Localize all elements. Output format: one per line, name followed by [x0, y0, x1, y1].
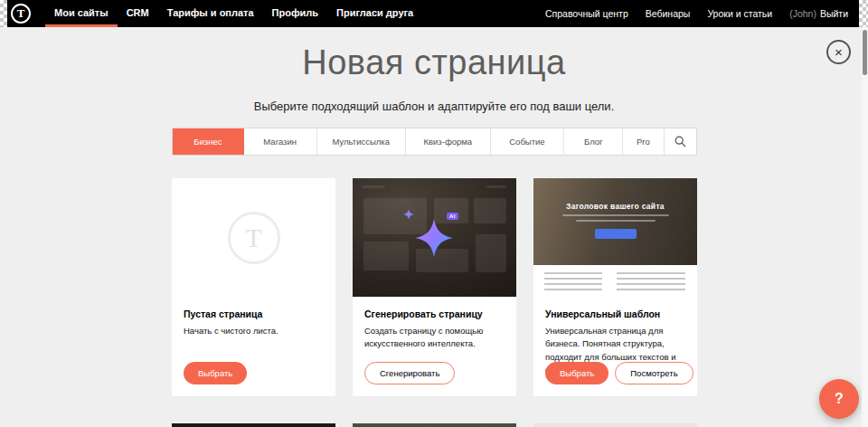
user-name: (John): [789, 8, 816, 19]
tab-event[interactable]: Событие: [491, 128, 565, 155]
card-actions: Выбрать Посмотреть: [545, 362, 693, 384]
view-universal-button[interactable]: Посмотреть: [615, 362, 693, 384]
template-card-blank: T Пустая страница Начать с чистого листа…: [172, 178, 335, 396]
tab-store[interactable]: Магазин: [244, 128, 317, 155]
page-title: Новая страница: [0, 43, 868, 82]
nav-lessons-articles[interactable]: Уроки и статьи: [707, 8, 772, 19]
card-title: Сгенерировать страницу: [364, 308, 505, 319]
tab-quiz-form[interactable]: Квиз-форма: [406, 128, 491, 155]
preview-placeholder: [476, 234, 506, 272]
tilda-logo[interactable]: T: [11, 4, 31, 24]
help-button[interactable]: ?: [819, 379, 859, 419]
ai-template-preview: AI: [353, 178, 516, 297]
blank-preview-wrap: T: [172, 178, 335, 297]
logout-control[interactable]: (John) Выйти: [789, 8, 848, 19]
scrollbar-thumb[interactable]: [863, 30, 867, 75]
preview-text-section: [533, 265, 697, 297]
new-page-dialog: T Мои сайты CRM Тарифы и оплата Профиль …: [0, 0, 868, 427]
top-navigation-bar: T Мои сайты CRM Тарифы и оплата Профиль …: [0, 0, 868, 27]
preview-text-column: [617, 272, 685, 292]
card-actions: Выбрать: [184, 362, 247, 384]
tilda-logo-watermark: T: [228, 212, 280, 264]
template-card-ai-generate: AI Сгенерировать страницу Создать страни…: [353, 178, 516, 396]
template-card-partial[interactable]: [172, 423, 335, 427]
card-description: Создать страницу с помощью искусственног…: [364, 325, 505, 351]
template-card-partial[interactable]: [353, 423, 516, 427]
nav-help-center[interactable]: Справочный центр: [545, 8, 628, 19]
template-card-universal: Заголовок вашего сайта Универсальный шаб…: [533, 178, 697, 396]
preview-placeholder: [486, 185, 506, 188]
transparency-checker-left: [0, 0, 7, 27]
preview-placeholder: [474, 198, 506, 223]
card-description: Начать с чистого листа.: [184, 325, 324, 337]
transparency-checker-right: [859, 0, 868, 27]
blank-template-preview: T: [172, 178, 335, 297]
close-button[interactable]: ×: [826, 40, 851, 64]
preview-text-column: [544, 272, 602, 292]
next-template-row: [172, 423, 697, 427]
preview-placeholder: [363, 242, 409, 270]
page-subtitle: Выберите подходящий шаблон и адаптируйте…: [0, 100, 868, 113]
nav-my-sites[interactable]: Мои сайты: [45, 0, 118, 27]
template-cards-grid: T Пустая страница Начать с чистого листа…: [172, 178, 697, 396]
tab-multilink[interactable]: Мультиссылка: [317, 128, 406, 155]
logout-label: Выйти: [820, 8, 848, 19]
preview-cta-button: [595, 229, 637, 239]
card-body: Пустая страница Начать с чистого листа.: [172, 297, 335, 337]
ai-badge: AI: [447, 213, 458, 220]
nav-invite-friend[interactable]: Пригласи друга: [327, 0, 422, 27]
nav-webinars[interactable]: Вебинары: [646, 8, 691, 19]
secondary-nav: Справочный центр Вебинары Уроки и статьи…: [545, 8, 848, 19]
preview-hero: Заголовок вашего сайта: [533, 178, 697, 265]
search-icon: [675, 136, 686, 147]
ai-sparkle-small-icon: [403, 209, 414, 220]
tab-business[interactable]: Бизнес: [173, 128, 244, 155]
template-card-partial[interactable]: [533, 423, 697, 427]
main-nav: Мои сайты CRM Тарифы и оплата Профиль Пр…: [45, 0, 422, 27]
choose-universal-button[interactable]: Выбрать: [545, 362, 609, 384]
nav-profile[interactable]: Профиль: [263, 0, 327, 27]
preview-placeholder: [362, 185, 385, 188]
nav-crm[interactable]: CRM: [118, 0, 158, 27]
card-actions: Сгенерировать: [364, 362, 455, 384]
preview-hero-title: Заголовок вашего сайта: [533, 178, 697, 211]
tab-blog[interactable]: Блог: [564, 128, 623, 155]
card-body: Сгенерировать страницу Создать страницу …: [353, 297, 516, 351]
universal-template-preview: Заголовок вашего сайта: [533, 178, 697, 297]
card-title: Пустая страница: [184, 308, 324, 319]
choose-blank-button[interactable]: Выбрать: [184, 362, 247, 384]
tab-pro[interactable]: Pro: [623, 128, 664, 155]
template-category-tabs: Бизнес Магазин Мультиссылка Квиз-форма С…: [172, 128, 697, 156]
generate-button[interactable]: Сгенерировать: [364, 362, 455, 384]
scrollbar[interactable]: [862, 27, 868, 427]
template-search-button[interactable]: [665, 128, 696, 155]
ai-sparkle-icon: [414, 218, 454, 258]
preview-text-line: [562, 214, 669, 216]
card-title: Универсальный шаблон: [545, 308, 685, 319]
preview-text-line: [576, 220, 656, 222]
nav-plans-payment[interactable]: Тарифы и оплата: [158, 0, 263, 27]
